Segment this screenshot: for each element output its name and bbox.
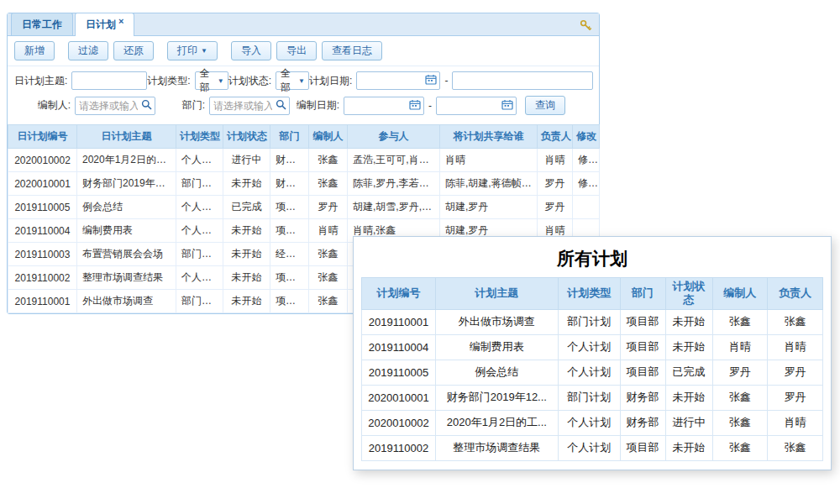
plan-date-to-input[interactable] (453, 73, 590, 88)
modify-link (573, 196, 600, 219)
restore-button[interactable]: 还原 (113, 41, 154, 60)
owner-link[interactable]: 肖晴 (538, 149, 573, 172)
plan-subject-link[interactable]: 整理市场调查结果 (77, 266, 176, 290)
plan-no-link[interactable]: 2019110004 (8, 219, 77, 243)
plan-date-from-input[interactable] (357, 73, 425, 88)
shared-with-cell: 陈菲,胡建,蒋德帧,... (440, 172, 538, 196)
print-button[interactable]: 打印 ▼ (167, 41, 218, 60)
table-row[interactable]: 2020010001财务部门2019年12月的...部门计划未开始财务部张鑫陈菲… (8, 172, 600, 196)
creator-cell: 罗丹 (309, 196, 348, 219)
owner-cell: 罗丹 (768, 385, 823, 410)
plan-type-cell: 部门计划 (558, 385, 620, 410)
owner-link[interactable]: 罗丹 (538, 196, 573, 219)
plan-no-cell: 2020010002 (362, 410, 436, 435)
search-button[interactable]: 查询 (525, 96, 565, 115)
filter-button[interactable]: 过滤 (68, 41, 108, 60)
creator-cell: 张鑫 (309, 149, 348, 172)
creator-picker[interactable] (75, 97, 155, 115)
key-icon[interactable] (580, 19, 592, 34)
creator-cell: 张鑫 (309, 172, 348, 196)
owner-link[interactable]: 罗丹 (538, 172, 573, 196)
calendar-icon[interactable] (501, 99, 513, 113)
plan-subject-link[interactable]: 编制费用表 (77, 219, 176, 243)
plan-no-link[interactable]: 2019110003 (8, 243, 77, 266)
department-cell: 项目部 (270, 290, 309, 313)
shared-with-cell: 肖晴 (440, 149, 538, 172)
calendar-icon[interactable] (409, 99, 421, 113)
range-separator: - (440, 75, 452, 87)
created-date-to[interactable] (436, 97, 517, 115)
plan-status-cell: 未开始 (223, 243, 270, 266)
department-input[interactable] (210, 98, 276, 113)
tab-label: 日计划 (86, 18, 116, 30)
tab-daily-work[interactable]: 日常工作 (11, 13, 73, 35)
tab-daily-plan[interactable]: 日计划× (75, 13, 134, 36)
search-icon[interactable] (276, 99, 286, 113)
caret-down-icon: ▼ (214, 77, 228, 85)
created-date-label: 编制日期: (290, 98, 344, 113)
search-icon[interactable] (141, 99, 152, 113)
plan-subject-link[interactable]: 2020年1月2日的工作日... (77, 149, 176, 172)
plan-subject-link[interactable]: 例会总结 (77, 196, 176, 219)
plan-status-cell: 未开始 (223, 172, 270, 196)
department-cell: 财务部 (270, 172, 309, 196)
tab-bar: 日常工作 日计划× (8, 13, 599, 36)
department-picker[interactable] (209, 97, 290, 115)
column-header[interactable]: 部门 (270, 125, 309, 149)
table-body: 2019110001外出做市场调查部门计划项目部未开始张鑫张鑫201911000… (362, 309, 823, 460)
creator-cell: 肖晴 (309, 219, 348, 243)
all-plans-table: 计划编号计划主题计划类型部门计划状态编制人负责人 2019110001外出做市场… (361, 277, 823, 461)
add-button[interactable]: 新增 (14, 41, 55, 60)
created-date-to-input[interactable] (437, 98, 501, 113)
desktop: 日常工作 日计划× 新增 过滤 还原 (0, 0, 840, 504)
column-header[interactable]: 将计划共享给谁 (440, 125, 538, 149)
plan-no-link[interactable]: 2020010001 (8, 172, 77, 196)
created-date-from[interactable] (344, 97, 424, 115)
modify-link[interactable]: 修改 (573, 172, 600, 196)
plan-no-link[interactable]: 2019110005 (8, 196, 77, 219)
modify-link[interactable]: 修改 (573, 149, 600, 172)
plan-date-to[interactable] (452, 71, 593, 90)
creator-cell: 张鑫 (309, 290, 348, 313)
import-button[interactable]: 导入 (231, 41, 271, 60)
plan-status-cell: 未开始 (223, 266, 270, 290)
plan-no-link[interactable]: 2020010002 (8, 149, 77, 172)
plan-no-link[interactable]: 2019110001 (8, 290, 77, 313)
participants-cell: 孟浩,王可可,肖晴,张鑫 (348, 149, 440, 172)
column-header[interactable]: 参与人 (348, 125, 440, 149)
creator-input[interactable] (76, 98, 141, 113)
close-icon[interactable]: × (118, 16, 123, 26)
calendar-icon[interactable] (425, 74, 437, 87)
plan-date-from[interactable] (356, 71, 440, 90)
plan-subject-cell: 例会总结 (435, 360, 558, 385)
column-header[interactable]: 编制人 (309, 125, 348, 149)
export-button[interactable]: 导出 (276, 41, 317, 60)
table-row[interactable]: 2019110005例会总结个人计划已完成项目部罗丹胡建,胡雪,罗丹,任晓...… (8, 196, 600, 219)
column-header[interactable]: 计划状态 (223, 125, 270, 149)
column-header[interactable]: 日计划主题 (77, 125, 176, 149)
filter-row-1: 日计划主题: 计划类型: 全部 ▼ 计划状态: 全部 ▼ 计划日期: (14, 71, 592, 90)
all-plans-window: 所有计划 计划编号计划主题计划类型部门计划状态编制人负责人 2019110001… (353, 236, 832, 470)
plan-type-cell: 个人计划 (558, 334, 620, 360)
department-cell: 项目部 (270, 196, 309, 219)
plan-subject-link[interactable]: 外出做市场调查 (77, 290, 176, 313)
column-header[interactable]: 修改 (573, 125, 600, 149)
plan-type-cell: 个人计划 (176, 196, 223, 219)
plan-status-select[interactable]: 全部 ▼ (276, 71, 309, 90)
view-log-button[interactable]: 查看日志 (322, 41, 382, 60)
tab-label: 日常工作 (22, 18, 62, 30)
plan-subject-link[interactable]: 布置营销展会会场 (77, 243, 176, 266)
creator-cell: 张鑫 (712, 309, 768, 334)
plan-subject-link[interactable]: 财务部门2019年12月的... (77, 172, 176, 196)
plan-no-link[interactable]: 2019110002 (8, 266, 77, 290)
column-header[interactable]: 日计划编号 (8, 125, 77, 149)
subject-input[interactable] (71, 71, 147, 90)
plan-type-select[interactable]: 全部 ▼ (195, 71, 228, 90)
table-row: 2020010001财务部门2019年12...部门计划财务部未开始张鑫罗丹 (362, 385, 823, 410)
button-label: 打印 (177, 44, 197, 58)
range-separator: - (424, 100, 436, 112)
column-header[interactable]: 负责人 (538, 125, 573, 149)
column-header[interactable]: 计划类型 (176, 125, 223, 149)
created-date-from-input[interactable] (344, 98, 409, 113)
table-row[interactable]: 20200100022020年1月2日的工作日...个人计划进行中财务部张鑫孟浩… (8, 149, 600, 172)
